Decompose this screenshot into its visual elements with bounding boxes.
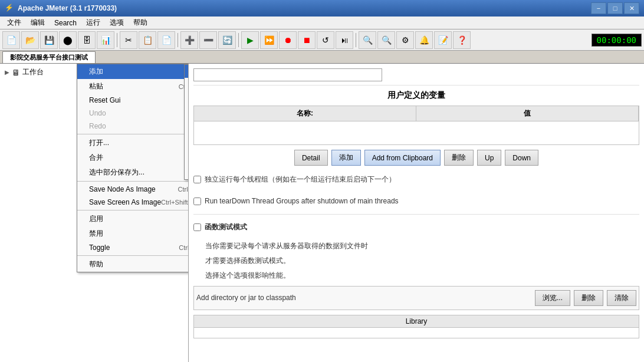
menu-help[interactable]: 帮助: [129, 17, 152, 29]
menu-item-disable[interactable]: 禁用: [77, 226, 189, 241]
tab-main[interactable]: 影院交易服务平台接口测试: [2, 51, 96, 63]
menu-item-save-selected[interactable]: 选中部分保存为...: [77, 165, 189, 180]
app-icon: ⚡: [5, 4, 14, 13]
left-panel: ▶ 🖥 工作台 添加 ▶ 粘贴 Ctrl-V Reset Gui Undo Re…: [0, 64, 189, 362]
menu-item-help[interactable]: 帮助: [77, 257, 189, 272]
toolbar-shutdown[interactable]: ⏹: [298, 31, 316, 49]
toolbar-toggle[interactable]: 🔄: [218, 31, 236, 49]
menu-item-redo: Redo: [77, 120, 189, 133]
toolbar-zoom[interactable]: 🔍: [377, 31, 395, 49]
teardown-label: Run tearDown Thread Groups after shutdow…: [205, 196, 399, 207]
toolbar-clear-all[interactable]: ⏯: [336, 31, 353, 49]
toolbar-search[interactable]: 🔍: [359, 31, 376, 49]
delete-button[interactable]: 删除: [444, 150, 474, 166]
menu-item-add[interactable]: 添加 ▶: [77, 64, 189, 79]
clear-classpath-button[interactable]: 清除: [607, 290, 636, 306]
checkbox-row-1: 独立运行每个线程组（例如在一个组运行结束后启动下一个）: [193, 170, 639, 189]
delete-classpath-button[interactable]: 删除: [574, 290, 603, 306]
maximize-button[interactable]: □: [607, 2, 623, 14]
classpath-bar: Add directory or jar to classpath 浏览... …: [193, 286, 639, 310]
toolbar-stop[interactable]: ⏺: [279, 31, 297, 49]
window-controls: − □ ✕: [591, 2, 639, 14]
functional-section: 函数测试模式 当你需要记录每个请求从服务器取得的数据到文件时 才需要选择函数测试…: [193, 214, 639, 281]
functional-title: 函数测试模式: [205, 222, 247, 233]
section-title: 用户定义的变量: [193, 90, 639, 101]
toolbar-settings[interactable]: ⚙: [396, 31, 414, 49]
timer-display: 00:00:00: [592, 34, 642, 47]
separator: [77, 134, 189, 134]
title-bar: ⚡ Apache JMeter (3.1 r1770033) − □ ✕: [0, 0, 644, 17]
teardown-checkbox[interactable]: [193, 198, 201, 205]
toolbar-run-no-pause[interactable]: ⏩: [260, 31, 278, 49]
separator-4: [356, 33, 356, 47]
submenu-item-config[interactable]: 配置元件 ▶: [185, 91, 189, 106]
separator-1: [117, 33, 117, 47]
detail-button[interactable]: Detail: [294, 150, 328, 166]
menu-item-open[interactable]: 打开...: [77, 136, 189, 150]
submenu-item-timer[interactable]: 定时器 ▶: [185, 106, 189, 120]
browse-button[interactable]: 浏览...: [535, 290, 570, 306]
toolbar-report[interactable]: 📊: [97, 31, 114, 49]
menu-edit[interactable]: 编辑: [26, 17, 50, 29]
menu-file[interactable]: 文件: [2, 17, 26, 29]
menu-run[interactable]: 运行: [81, 17, 105, 29]
menu-options[interactable]: 选项: [105, 17, 129, 29]
submenu-item-pre[interactable]: 前置处理器 ▶: [185, 120, 189, 135]
toolbar-collapse[interactable]: ➖: [199, 31, 217, 49]
menu-bar: 文件 编辑 Search 运行 选项 帮助: [0, 17, 644, 29]
library-header: Library: [194, 315, 639, 328]
menu-item-paste[interactable]: 粘贴 Ctrl-V: [77, 79, 189, 94]
toolbar-new[interactable]: 📄: [2, 31, 20, 49]
functional-checkbox[interactable]: [193, 223, 201, 231]
toolbar-expand[interactable]: ➕: [180, 31, 198, 49]
toolbar-log[interactable]: 📝: [434, 31, 452, 49]
tab-bar: 影院交易服务平台接口测试: [0, 51, 644, 64]
close-button[interactable]: ✕: [624, 2, 639, 14]
tree-node-label: 工作台: [22, 67, 44, 77]
right-panel: 用户定义的变量 名称: 值 Detail 添加 Add from Clipboa…: [189, 64, 644, 362]
functional-note: 选择这个选项很影响性能。: [205, 270, 639, 281]
menu-item-save-screen[interactable]: Save Screen As Image Ctrl+Shift-G: [77, 196, 189, 209]
up-button[interactable]: Up: [477, 150, 501, 166]
submenu-item-post[interactable]: 后置处理器 ▶: [185, 135, 189, 150]
separator4: [77, 255, 189, 256]
toolbar-help[interactable]: ❓: [453, 31, 471, 49]
add-clipboard-button[interactable]: Add from Clipboard: [364, 150, 441, 166]
toolbar-copy[interactable]: 📋: [139, 31, 156, 49]
minimize-button[interactable]: −: [591, 2, 606, 14]
menu-item-undo: Undo: [77, 107, 189, 120]
submenu-item-threads[interactable]: Threads (Users) ▶: [185, 65, 189, 78]
down-button[interactable]: Down: [505, 150, 538, 166]
main-area: ▶ 🖥 工作台 添加 ▶ 粘贴 Ctrl-V Reset Gui Undo Re…: [0, 64, 644, 362]
submenu-item-assert[interactable]: 断言 ▶: [185, 150, 189, 164]
toolbar-save2[interactable]: 🗄: [78, 31, 96, 49]
toolbar-cut[interactable]: ✂: [120, 31, 137, 49]
add-button[interactable]: 添加: [331, 150, 361, 166]
submenu-item-fragment[interactable]: Test Fragment ▶: [185, 78, 189, 91]
toolbar-save[interactable]: 💾: [40, 31, 58, 49]
toolbar-clear[interactable]: ↺: [317, 31, 334, 49]
menu-item-toggle[interactable]: Toggle Ctrl-T: [77, 241, 189, 254]
toolbar-notify[interactable]: 🔔: [415, 31, 433, 49]
table-header: 名称: 值: [193, 106, 639, 121]
name-input[interactable]: [193, 68, 382, 81]
menu-item-reset-gui[interactable]: Reset Gui: [77, 94, 189, 107]
functional-desc2: 才需要选择函数测试模式。: [205, 255, 639, 266]
toolbar-paste[interactable]: 📄: [157, 31, 175, 49]
separator-3: [238, 33, 239, 47]
checkbox-row-2: Run tearDown Thread Groups after shutdow…: [193, 192, 639, 210]
menu-item-save-node[interactable]: Save Node As Image Ctrl-G: [77, 183, 189, 196]
submenu-item-listener[interactable]: 监听器 ▶: [185, 164, 189, 179]
toolbar-record[interactable]: ⬤: [59, 31, 77, 49]
context-menu-main: 添加 ▶ 粘贴 Ctrl-V Reset Gui Undo Redo 打开...…: [77, 64, 189, 272]
toolbar-open[interactable]: 📂: [21, 31, 39, 49]
menu-item-merge[interactable]: 合并: [77, 150, 189, 165]
toolbar-run[interactable]: ▶: [241, 31, 259, 49]
functional-desc1: 当你需要记录每个请求从服务器取得的数据到文件时: [205, 241, 639, 252]
menu-search[interactable]: Search: [50, 17, 81, 29]
separator3: [77, 210, 189, 210]
library-table: Library: [193, 315, 639, 338]
independent-checkbox[interactable]: [193, 176, 201, 183]
col-name: 名称:: [194, 106, 416, 121]
menu-item-enable[interactable]: 启用: [77, 212, 189, 226]
